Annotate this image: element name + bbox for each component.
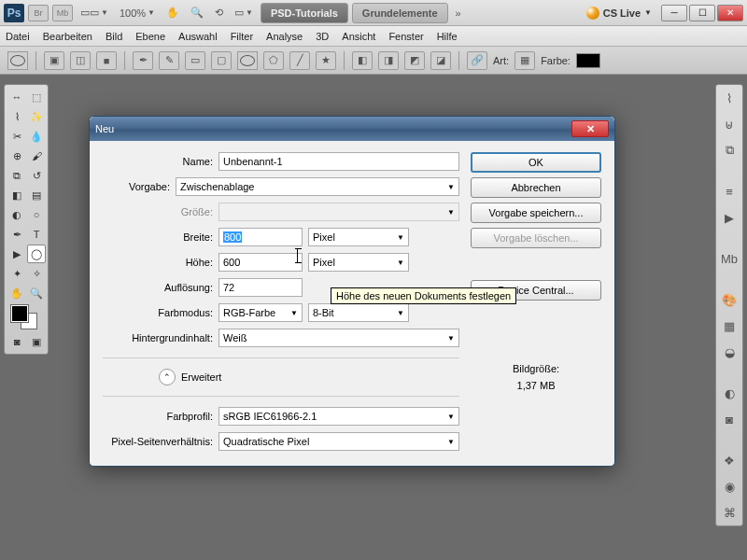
more-workspaces-icon[interactable]: » (452, 7, 465, 19)
save-preset-button[interactable]: Vorgabe speichern... (471, 203, 601, 223)
path-intersect-icon[interactable]: ◩ (404, 51, 425, 70)
history-panel-icon[interactable]: ≡ (719, 182, 740, 201)
path-subtract-icon[interactable]: ◨ (378, 51, 399, 70)
line-shape-icon[interactable]: ╱ (289, 51, 310, 70)
paths-panel-icon[interactable]: ⌘ (719, 503, 740, 522)
view-arrange-dropdown[interactable]: ▭▭ ▼ (77, 7, 112, 19)
color-panel-icon[interactable]: 🎨 (719, 290, 740, 309)
rounded-rect-icon[interactable]: ▢ (211, 51, 232, 70)
colormode-dropdown[interactable]: RGB-Farbe▼ (218, 303, 303, 322)
stamp-tool-icon[interactable]: ⧉ (7, 166, 26, 185)
lasso-tool-icon[interactable]: ⌇ (7, 107, 26, 126)
channels-panel-icon[interactable]: ◉ (719, 477, 740, 496)
menu-fenster[interactable]: Fenster (388, 31, 423, 42)
cancel-button[interactable]: Abbrechen (471, 177, 601, 198)
workspace-tab-grundelemente[interactable]: Grundelemente (352, 3, 448, 23)
color-swatches[interactable] (7, 303, 46, 331)
menu-3d[interactable]: 3D (316, 31, 329, 42)
rotate-view-icon[interactable]: ⟲ (211, 7, 227, 19)
menu-bearbeiten[interactable]: Bearbeiten (43, 31, 92, 42)
dialog-close-button[interactable]: ✕ (571, 120, 609, 137)
blur-tool-icon[interactable]: ◐ (7, 205, 26, 224)
swatches-panel-icon[interactable]: ▦ (719, 316, 740, 335)
path-combine-icon[interactable]: ◧ (352, 51, 373, 70)
width-unit-dropdown[interactable]: Pixel▼ (308, 228, 409, 246)
quickmask-icon[interactable]: ◙ (7, 332, 26, 351)
advanced-toggle-button[interactable]: ⌃ (159, 369, 176, 385)
colorprofile-dropdown[interactable]: sRGB IEC61966-2.1▼ (218, 407, 459, 426)
menu-filter[interactable]: Filter (231, 31, 253, 42)
polygon-shape-icon[interactable]: ⬠ (263, 51, 284, 70)
zoom-dropdown[interactable]: 100% ▼ (116, 7, 159, 19)
cs-live-button[interactable]: CS Live ▼ (586, 7, 652, 20)
link-icon[interactable]: 🔗 (467, 51, 487, 70)
minibridge-icon[interactable]: Mb (52, 5, 73, 21)
app-logo-icon[interactable]: Ps (4, 4, 24, 22)
healing-brush-icon[interactable]: ⊕ (7, 147, 26, 165)
path-select-icon[interactable]: ▶ (7, 245, 26, 263)
path-exclude-icon[interactable]: ◪ (430, 51, 451, 70)
3d-camera-icon[interactable]: ✧ (27, 264, 46, 283)
extras-dropdown[interactable]: ▭ ▼ (231, 7, 257, 19)
pen-tool2-icon[interactable]: ✒ (7, 225, 26, 244)
hand-tool-icon[interactable]: ✋ (162, 7, 183, 19)
layers-panel-icon[interactable]: ❖ (719, 451, 740, 469)
masks-panel-icon[interactable]: ◙ (719, 410, 740, 428)
ellipse-shape-icon[interactable] (237, 51, 258, 70)
screenmode-icon[interactable]: ▣ (27, 332, 46, 351)
dodge-tool-icon[interactable]: ○ (27, 205, 46, 224)
adjustments-panel-icon[interactable]: ◐ (719, 384, 740, 402)
move-tool-icon[interactable]: ↔ (7, 88, 26, 106)
name-input[interactable]: Unbenannt-1 (218, 152, 459, 171)
preset-dropdown[interactable]: Zwischenablage▼ (176, 177, 459, 196)
shape-tool-icon[interactable]: ◯ (27, 245, 46, 263)
menu-auswahl[interactable]: Auswahl (178, 31, 218, 42)
freeform-pen-icon[interactable]: ✎ (159, 51, 179, 70)
custom-shape-icon[interactable]: ★ (316, 51, 336, 70)
gradient-tool-icon[interactable]: ▤ (27, 186, 46, 204)
hand-tool2-icon[interactable]: ✋ (7, 284, 26, 302)
zoom-tool-icon[interactable]: 🔍 (187, 7, 207, 19)
menu-ebene[interactable]: Ebene (135, 31, 165, 42)
width-input[interactable]: 800 (218, 228, 303, 246)
magic-wand-icon[interactable]: ✨ (27, 107, 46, 126)
close-button[interactable]: ✕ (717, 5, 743, 21)
maximize-button[interactable]: ☐ (689, 5, 715, 21)
foreground-color-swatch[interactable] (11, 305, 28, 322)
pixel-aspect-dropdown[interactable]: Quadratische Pixel▼ (218, 432, 459, 451)
background-dropdown[interactable]: Weiß▼ (218, 329, 459, 347)
height-unit-dropdown[interactable]: Pixel▼ (308, 253, 409, 272)
zoom-tool2-icon[interactable]: 🔍 (27, 284, 46, 302)
actions-panel-icon[interactable]: ▶ (719, 208, 740, 227)
history-brush-icon[interactable]: ↺ (27, 166, 46, 185)
rect-shape-icon[interactable]: ▭ (185, 51, 205, 70)
eraser-tool-icon[interactable]: ◧ (7, 186, 26, 204)
mode-path-icon[interactable]: ◫ (70, 51, 91, 70)
menu-analyse[interactable]: Analyse (266, 31, 303, 42)
minimize-button[interactable]: ─ (661, 5, 687, 21)
brushes-panel-icon[interactable]: ⌇ (719, 89, 740, 107)
crop-tool-icon[interactable]: ✂ (7, 127, 26, 146)
pen-tool-icon[interactable]: ✒ (133, 51, 153, 70)
workspace-tab-psd-tutorials[interactable]: PSD-Tutorials (261, 3, 348, 23)
clone-source-icon[interactable]: ⧉ (719, 141, 740, 160)
menu-ansicht[interactable]: Ansicht (342, 31, 375, 42)
shape-ellipse-icon[interactable] (7, 51, 28, 70)
menu-bild[interactable]: Bild (106, 31, 122, 42)
brush-presets-icon[interactable]: ⊎ (719, 115, 740, 133)
3d-tool-icon[interactable]: ✦ (7, 264, 26, 283)
dialog-titlebar[interactable]: Neu ✕ (90, 117, 614, 141)
style-swatch[interactable]: ▦ (514, 51, 535, 70)
menu-datei[interactable]: Datei (6, 31, 30, 42)
styles-panel-icon[interactable]: ◒ (719, 343, 740, 361)
eyedropper-icon[interactable]: 💧 (27, 127, 46, 146)
fill-color-swatch[interactable] (576, 53, 600, 68)
brush-tool-icon[interactable]: 🖌 (27, 147, 46, 165)
menu-hilfe[interactable]: Hilfe (437, 31, 458, 42)
bridge-icon[interactable]: Br (28, 5, 49, 21)
marquee-tool-icon[interactable]: ⬚ (27, 88, 46, 106)
mode-fill-icon[interactable]: ■ (96, 51, 117, 70)
mb-panel-icon[interactable]: Mb (719, 249, 740, 268)
resolution-input[interactable]: 72 (218, 278, 303, 297)
ok-button[interactable]: OK (471, 152, 601, 173)
